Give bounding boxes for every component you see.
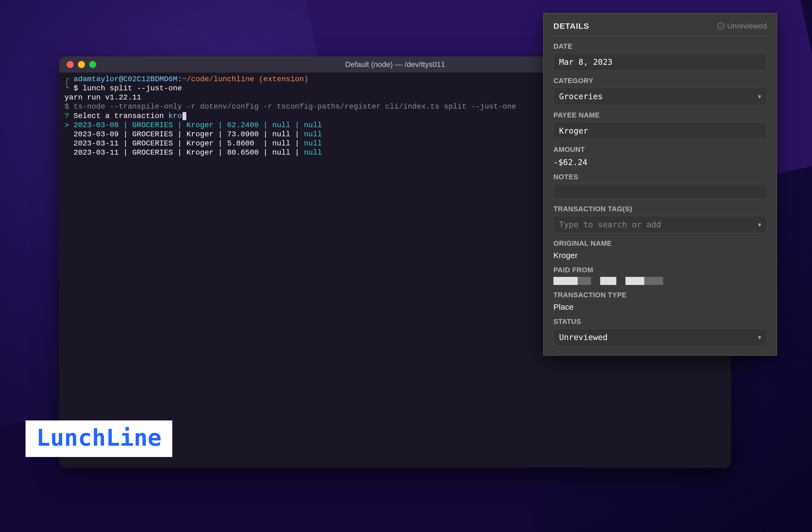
- status-badge-text: Unreviewed: [727, 22, 767, 30]
- status-value: Unreviewed: [559, 332, 608, 342]
- status-badge: ✓ Unreviewed: [717, 22, 767, 30]
- paidfrom-label: PAID FROM: [553, 266, 767, 274]
- payee-input[interactable]: Kroger: [553, 122, 767, 140]
- tx-row[interactable]: > 2023-03-08 | GROCERIES | Kroger | 62.2…: [64, 121, 304, 129]
- prompt-bracket: ╭: [64, 75, 74, 83]
- details-panel: DETAILS ✓ Unreviewed DATE Mar 8, 2023 CA…: [543, 13, 777, 356]
- prompt-branch: (extension): [259, 75, 308, 83]
- details-title: DETAILS: [553, 21, 589, 31]
- logo-card: LunchLine: [26, 420, 172, 457]
- amount-label: AMOUNT: [553, 145, 767, 154]
- paidfrom-redacted: [553, 277, 767, 285]
- tx-row[interactable]: 2023-03-11 | GROCERIES | Kroger | 80.650…: [64, 148, 304, 157]
- details-header: DETAILS ✓ Unreviewed: [553, 21, 767, 36]
- tx-row[interactable]: 2023-03-09 | GROCERIES | Kroger | 73.090…: [64, 130, 304, 139]
- field-date: DATE Mar 8, 2023: [553, 42, 767, 71]
- date-label: DATE: [553, 42, 767, 51]
- category-label: CATEGORY: [553, 77, 767, 85]
- tags-label: TRANSACTION TAG(S): [553, 205, 767, 213]
- terminal-cursor: [183, 112, 186, 120]
- prompt-user: adamtaylor: [74, 75, 119, 83]
- payee-value: Kroger: [559, 126, 588, 135]
- field-category: CATEGORY Groceries ▼: [553, 77, 767, 105]
- amount-value: -$62.24: [553, 156, 767, 167]
- notes-input[interactable]: [553, 184, 767, 199]
- checkmark-icon: ✓: [717, 23, 724, 30]
- field-txtype: TRANSACTION TYPE Place: [553, 291, 767, 312]
- category-select[interactable]: Groceries ▼: [553, 88, 767, 105]
- logo-text: LunchLine: [36, 424, 161, 451]
- chevron-down-icon: ▼: [758, 93, 761, 100]
- field-status: STATUS Unreviewed ▼: [553, 317, 767, 346]
- original-label: ORIGINAL NAME: [553, 239, 767, 248]
- field-amount: AMOUNT -$62.24: [553, 145, 767, 167]
- tsnode-line: $ ts-node --transpile-only -r dotenv/con…: [64, 102, 516, 111]
- yarn-line: yarn run v1.22.11: [64, 93, 141, 102]
- field-original: ORIGINAL NAME Kroger: [553, 239, 767, 260]
- date-input[interactable]: Mar 8, 2023: [553, 53, 767, 71]
- category-value: Groceries: [559, 92, 603, 101]
- chevron-down-icon: ▼: [758, 221, 761, 228]
- typed-filter: kro: [168, 112, 182, 120]
- field-notes: NOTES: [553, 173, 767, 199]
- txtype-value: Place: [553, 302, 767, 312]
- date-value: Mar 8, 2023: [559, 57, 612, 67]
- field-payee: PAYEE NAME Kroger: [553, 111, 767, 140]
- payee-label: PAYEE NAME: [553, 111, 767, 119]
- original-value: Kroger: [553, 250, 767, 260]
- prompt-question-mark: ?: [64, 112, 69, 120]
- tags-input[interactable]: Type to search or add ▼: [553, 216, 767, 233]
- prompt-path: ~/code/lunchline: [182, 75, 254, 83]
- notes-label: NOTES: [553, 173, 767, 181]
- field-tags: TRANSACTION TAG(S) Type to search or add…: [553, 205, 767, 233]
- chevron-down-icon: ▼: [758, 334, 761, 341]
- tx-row[interactable]: 2023-03-11 | GROCERIES | Kroger | 5.8600…: [64, 139, 304, 147]
- tags-placeholder: Type to search or add: [559, 220, 661, 229]
- txtype-label: TRANSACTION TYPE: [553, 291, 767, 299]
- status-select[interactable]: Unreviewed ▼: [553, 329, 767, 346]
- prompt-host: C02C12BDMD6M: [124, 75, 178, 83]
- field-paidfrom: PAID FROM: [553, 266, 767, 285]
- status-label: STATUS: [553, 317, 767, 326]
- cmd-lunch: $ lunch split --just-one: [74, 84, 182, 92]
